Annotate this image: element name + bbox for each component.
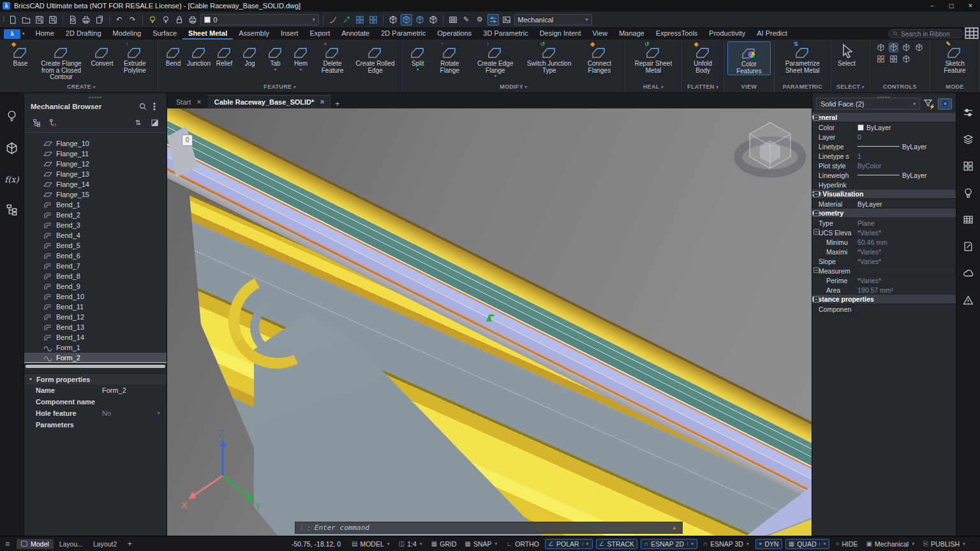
panel-drag-handle[interactable]: •••••: [89, 94, 102, 101]
tree-item-bend_8[interactable]: Bend_8: [24, 271, 167, 281]
close-icon[interactable]: ✕: [197, 99, 202, 105]
prop-section-3d-visualization[interactable]: −3D Visualization: [812, 189, 956, 199]
prop-value[interactable]: ByColor: [853, 161, 956, 170]
status-quad[interactable]: ▦QUAD▼: [785, 539, 830, 549]
ribbon-tab-design-intent[interactable]: Design Intent: [534, 28, 587, 40]
prop-row-lineweigh[interactable]: LineweighByLayer: [812, 170, 956, 180]
ribbon-tab-assembly[interactable]: Assembly: [233, 28, 275, 40]
quick-select-icon[interactable]: [938, 98, 952, 110]
ribbon-tab-expresstools[interactable]: ExpressTools: [650, 28, 703, 40]
prop-row-linetype-s[interactable]: Linetype s1: [812, 151, 956, 161]
sort-icon[interactable]: ⇅: [132, 117, 144, 128]
workspace-select[interactable]: Mechanical ▾: [514, 14, 592, 26]
fx-parameters-icon[interactable]: f(x): [4, 175, 19, 184]
form-prop-parameters[interactable]: Parameters: [24, 419, 167, 430]
prop-value[interactable]: [853, 266, 956, 276]
extrude-polyline-button[interactable]: ↑Extrude Polyline: [115, 41, 154, 74]
prop-value[interactable]: 1: [853, 151, 956, 161]
ribbon-group-label[interactable]: SELECT ▾: [831, 84, 870, 92]
print-icon[interactable]: [187, 14, 198, 26]
hatch-pencil-icon[interactable]: ✎: [461, 14, 472, 26]
prop-row-plot-style[interactable]: Plot styleByColor: [812, 161, 956, 170]
ribbon-tab-productivity[interactable]: Productivity: [703, 28, 751, 40]
ribbon-group-label[interactable]: VIEW: [724, 84, 773, 92]
ribbon-tab-annotate[interactable]: Annotate: [336, 28, 375, 40]
structure-grid-icon[interactable]: [368, 14, 379, 26]
redo-icon[interactable]: ↷: [127, 14, 138, 26]
tree-item-bend_7[interactable]: Bend_7: [24, 261, 167, 271]
cloud-sync-icon[interactable]: [963, 268, 974, 280]
ribbon-group-label[interactable]: FLATTEN ▾: [682, 84, 724, 92]
view-style-1-icon[interactable]: [876, 43, 886, 52]
prop-value[interactable]: *Varies*: [853, 247, 956, 256]
prop-row-material[interactable]: MaterialByLayer: [812, 199, 956, 209]
pick-color-icon[interactable]: [341, 14, 352, 26]
status-publish[interactable]: ⎘PUBLISH▼: [921, 539, 969, 549]
new-drawing-icon[interactable]: [7, 14, 19, 26]
prop-value[interactable]: ByLayer: [853, 122, 956, 132]
undo-icon[interactable]: ↶: [114, 14, 125, 26]
toolbar-grip[interactable]: ⁞⁞: [3, 16, 4, 23]
jog-button[interactable]: Jog: [238, 41, 262, 68]
collapse-icon[interactable]: −: [813, 115, 819, 121]
view-cube-active-icon[interactable]: [401, 14, 412, 26]
bulb-on-icon[interactable]: [147, 14, 158, 26]
prop-row-minimu[interactable]: Minimu50.46 mm: [812, 237, 956, 247]
prop-value[interactable]: [853, 304, 956, 314]
status-menu-icon[interactable]: ≡: [5, 540, 10, 548]
layer-select[interactable]: 0 ▾: [200, 14, 319, 26]
filter-funnel-icon[interactable]: ⚡: [923, 98, 935, 109]
ribbon-tab-home[interactable]: Home: [30, 28, 60, 40]
tips-lightbulb-icon[interactable]: [6, 110, 18, 123]
tree-item-flange_14[interactable]: Flange_14: [24, 179, 167, 189]
delete-feature-button[interactable]: ×Delete Feature: [315, 41, 351, 74]
tree-item-bend_6[interactable]: Bend_6: [24, 251, 167, 261]
status-mechanical[interactable]: ▣Mechanical▼: [864, 539, 918, 549]
hem-button[interactable]: Hem▾: [289, 41, 313, 72]
ribbon-tab-manage[interactable]: Manage: [613, 28, 650, 40]
components-cube-icon[interactable]: [6, 142, 18, 156]
connect-flanges-button[interactable]: ◆Connect Flanges: [577, 41, 621, 74]
status-model[interactable]: ▤MODEL▼: [349, 539, 393, 549]
chevron-down-icon[interactable]: ▼: [687, 542, 694, 546]
close-icon[interactable]: ✕: [320, 99, 325, 105]
prop-row-maximi[interactable]: Maximi*Varies*: [812, 247, 956, 256]
layout-tab-layout2[interactable]: Layout2: [89, 539, 121, 549]
doc-tab-active[interactable]: Cable Raceway_Base_SOLID*✕: [208, 95, 331, 108]
tree-item-bend_3[interactable]: Bend_3: [24, 220, 167, 230]
group-by-type-icon[interactable]: [31, 117, 42, 128]
chevron-down-icon[interactable]: ▼: [962, 542, 966, 546]
prop-section-general[interactable]: −General: [812, 113, 956, 122]
tree-horizontal-scrollbar[interactable]: [26, 365, 165, 368]
tree-item-flange_11[interactable]: Flange_11: [24, 149, 167, 159]
status-snap[interactable]: ▦SNAP▼: [462, 539, 500, 549]
selection-grid-icon[interactable]: [354, 14, 366, 26]
create-rolled-edge-button[interactable]: Create Rolled Edge: [352, 41, 398, 74]
tree-item-form_2[interactable]: Form_2: [24, 353, 167, 363]
properties-sliders-icon[interactable]: [963, 107, 974, 119]
ribbon-tab-2d-drafting[interactable]: 2D Drafting: [60, 28, 107, 40]
prop-row-measurem[interactable]: − Measurem: [812, 266, 956, 276]
ribbon-tab-modeling[interactable]: Modeling: [107, 28, 147, 40]
filter-components-icon[interactable]: [47, 117, 59, 128]
collapse-icon[interactable]: −: [813, 229, 819, 235]
tree-item-flange_12[interactable]: Flange_12: [24, 159, 167, 169]
tab-button[interactable]: Tab▾: [264, 41, 288, 72]
layers-icon[interactable]: [963, 134, 974, 146]
prop-value[interactable]: *Varies*: [853, 276, 956, 285]
hide-objects-icon[interactable]: [889, 54, 898, 64]
tree-item-flange_15[interactable]: Flange_15: [24, 189, 167, 200]
prop-value[interactable]: [853, 180, 956, 189]
ribbon-tab-ai-predict[interactable]: AI Predict: [751, 28, 793, 40]
ribbon-tab-surface[interactable]: Surface: [147, 28, 182, 40]
tree-item-bend_9[interactable]: Bend_9: [24, 281, 167, 291]
chevron-down-icon[interactable]: ▼: [583, 542, 590, 546]
open-icon[interactable]: [20, 14, 32, 26]
view-style-4-icon[interactable]: [914, 43, 924, 52]
save-icon[interactable]: [34, 14, 45, 26]
chevron-down-icon[interactable]: ▼: [819, 542, 826, 546]
tree-item-bend_1[interactable]: Bend_1: [24, 200, 167, 210]
ribbon-tab-view[interactable]: View: [586, 28, 613, 40]
sheet-set-table-icon[interactable]: [963, 214, 974, 226]
search-icon[interactable]: [137, 101, 149, 112]
